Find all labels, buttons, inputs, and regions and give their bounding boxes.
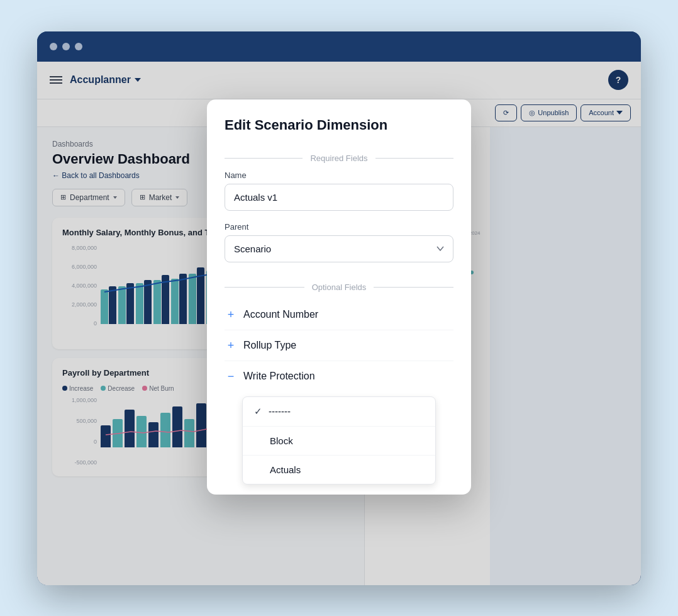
dropdown-option-block-label: Block — [270, 435, 293, 446]
browser-dots — [50, 43, 82, 50]
write-protection-dropdown: ✓ ------- Block Actuals — [242, 396, 436, 484]
dropdown-option-empty-label: ------- — [269, 406, 291, 417]
optional-fields-section: + Account Number + Rollup Type − Write P… — [207, 300, 471, 495]
write-protection-toggle[interactable]: − Write Protection — [225, 361, 453, 391]
dropdown-option-empty[interactable]: ✓ ------- — [243, 397, 435, 427]
rollup-type-plus-icon: + — [225, 339, 237, 352]
dropdown-option-block[interactable]: Block — [243, 427, 435, 456]
dropdown-option-actuals[interactable]: Actuals — [243, 456, 435, 484]
account-number-plus-icon: + — [225, 308, 237, 321]
modal-body-required: Name Parent Scenario Budget Forecast — [207, 171, 471, 275]
optional-fields-divider: Optional Fields — [207, 275, 471, 300]
required-fields-divider: Required Fields — [207, 146, 471, 171]
modal-overlay: Edit Scenario Dimension Required Fields … — [37, 62, 641, 585]
check-mark-icon: ✓ — [254, 406, 262, 417]
write-protection-label: Write Protection — [243, 371, 315, 382]
divider-line-left — [225, 158, 303, 159]
dropdown-option-actuals-label: Actuals — [270, 464, 301, 475]
account-number-toggle[interactable]: + Account Number — [225, 300, 453, 330]
opt-divider-line-right — [374, 287, 453, 288]
optional-fields-label: Optional Fields — [312, 283, 367, 292]
rollup-type-label: Rollup Type — [243, 340, 296, 351]
parent-select[interactable]: Scenario Budget Forecast — [225, 235, 453, 262]
edit-scenario-modal: Edit Scenario Dimension Required Fields … — [207, 99, 471, 495]
dot-2[interactable] — [62, 43, 70, 50]
browser-titlebar — [37, 31, 641, 62]
dot-1[interactable] — [50, 43, 57, 50]
account-number-label: Account Number — [243, 309, 318, 320]
dot-3[interactable] — [75, 43, 82, 50]
required-fields-label: Required Fields — [310, 154, 367, 163]
opt-divider-line-left — [225, 287, 304, 288]
rollup-type-toggle[interactable]: + Rollup Type — [225, 330, 453, 361]
name-input[interactable] — [225, 184, 453, 211]
modal-header: Edit Scenario Dimension — [207, 99, 471, 146]
write-protection-minus-icon: − — [225, 370, 237, 383]
divider-line-right — [375, 158, 453, 159]
parent-field-label: Parent — [225, 222, 453, 232]
browser-content: Accuplanner ? ⟳ ◎ Unpublish Account — [37, 62, 641, 585]
browser-window: Accuplanner ? ⟳ ◎ Unpublish Account — [37, 31, 641, 585]
name-field-label: Name — [225, 171, 453, 180]
modal-title: Edit Scenario Dimension — [225, 117, 453, 133]
